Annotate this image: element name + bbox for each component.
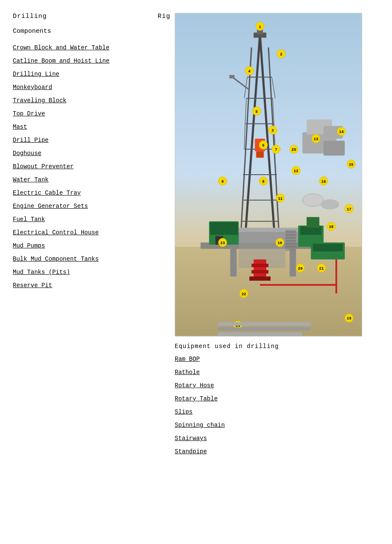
svg-text:17: 17 <box>347 207 352 212</box>
svg-rect-35 <box>251 264 268 267</box>
svg-rect-40 <box>307 217 320 228</box>
equipment-title: Equipment used in drilling <box>175 343 379 350</box>
svg-text:3: 3 <box>271 129 274 133</box>
svg-text:15: 15 <box>349 163 354 167</box>
svg-text:12: 12 <box>294 169 298 173</box>
left-nav-link-6[interactable]: Mast <box>13 123 170 132</box>
svg-text:21: 21 <box>319 267 324 271</box>
svg-text:4: 4 <box>248 69 251 74</box>
right-nav-link-4[interactable]: Slips <box>175 408 379 417</box>
svg-point-48 <box>320 199 339 210</box>
svg-rect-36 <box>251 270 268 273</box>
svg-text:18: 18 <box>329 225 334 229</box>
left-nav-link-1[interactable]: Catline Boom and Hoist Line <box>13 57 170 66</box>
left-nav-links: Crown Block and Water TableCatline Boom … <box>13 43 170 290</box>
svg-rect-37 <box>249 276 271 281</box>
svg-text:25: 25 <box>291 148 296 152</box>
title-rig: Rig <box>158 13 170 20</box>
left-nav-link-9[interactable]: Blowout Preventer <box>13 162 170 171</box>
left-nav-link-13[interactable]: Fuel Tank <box>13 215 170 224</box>
svg-rect-110 <box>218 332 303 336</box>
right-nav-link-0[interactable]: Ram BOP <box>175 355 379 364</box>
svg-text:7: 7 <box>275 148 277 152</box>
left-nav-link-7[interactable]: Drill Pipe <box>13 136 170 145</box>
equipment-section: Equipment used in drilling Ram BOPRathol… <box>175 343 379 456</box>
right-nav-link-6[interactable]: Stairways <box>175 434 379 443</box>
svg-rect-45 <box>323 141 345 155</box>
left-nav-link-12[interactable]: Engine Generator Sets <box>13 202 170 211</box>
svg-rect-32 <box>210 222 238 235</box>
svg-text:11: 11 <box>278 197 283 201</box>
left-nav-link-4[interactable]: Traveling Block <box>13 96 170 105</box>
right-nav-link-7[interactable]: Standpipe <box>175 447 379 456</box>
title-block: Drilling Rig <box>13 13 170 20</box>
svg-text:22: 22 <box>242 292 246 296</box>
svg-rect-42 <box>313 244 343 251</box>
svg-text:8: 8 <box>262 180 264 184</box>
svg-text:13: 13 <box>314 137 318 141</box>
svg-text:9: 9 <box>222 180 224 184</box>
right-nav-link-3[interactable]: Rotary Table <box>175 394 379 403</box>
left-nav-link-16[interactable]: Bulk Mud Component Tanks <box>13 255 170 264</box>
right-nav-links: Ram BOPRatholeRotary HoseRotary TableSli… <box>175 355 379 456</box>
svg-text:14: 14 <box>339 130 344 134</box>
svg-text:20: 20 <box>298 267 303 271</box>
left-nav-link-17[interactable]: Mud Tanks (Pits) <box>13 268 170 277</box>
right-nav-link-1[interactable]: Rathole <box>175 368 379 377</box>
svg-rect-34 <box>254 259 266 276</box>
title-drilling: Drilling <box>13 13 47 20</box>
subtitle: Components <box>13 28 170 35</box>
left-nav-link-5[interactable]: Top Drive <box>13 109 170 118</box>
right-nav-link-2[interactable]: Rotary Hose <box>175 381 379 390</box>
svg-text:2: 2 <box>280 52 282 57</box>
left-nav-link-2[interactable]: Drilling Line <box>13 70 170 79</box>
left-nav-link-15[interactable]: Mud Pumps <box>13 242 170 250</box>
left-nav-link-10[interactable]: Water Tank <box>13 176 170 184</box>
svg-rect-23 <box>256 151 264 158</box>
right-nav-link-5[interactable]: Spinning chain <box>175 421 379 430</box>
svg-text:1: 1 <box>259 25 261 29</box>
left-nav-link-8[interactable]: Doghouse <box>13 149 170 158</box>
svg-text:10: 10 <box>278 241 282 245</box>
left-nav-link-0[interactable]: Crown Block and Water Table <box>13 43 170 52</box>
svg-rect-109 <box>218 327 311 331</box>
svg-point-47 <box>303 194 324 207</box>
svg-text:23: 23 <box>220 241 225 245</box>
svg-text:16: 16 <box>321 180 326 184</box>
left-nav-link-3[interactable]: Monkeyboard <box>13 83 170 92</box>
svg-text:6: 6 <box>262 144 264 148</box>
svg-text:5: 5 <box>255 110 257 114</box>
rig-diagram: 1 2 3 4 5 6 7 <box>175 13 362 337</box>
svg-rect-30 <box>229 75 234 78</box>
svg-rect-108 <box>218 322 311 325</box>
svg-rect-26 <box>230 242 236 276</box>
left-nav-link-14[interactable]: Electrical Control House <box>13 228 170 237</box>
svg-text:19: 19 <box>347 317 352 321</box>
svg-rect-51 <box>285 230 296 251</box>
left-nav-link-18[interactable]: Reserve Pit <box>13 281 170 290</box>
left-nav-link-11[interactable]: Electric Cable Tray <box>13 189 170 198</box>
